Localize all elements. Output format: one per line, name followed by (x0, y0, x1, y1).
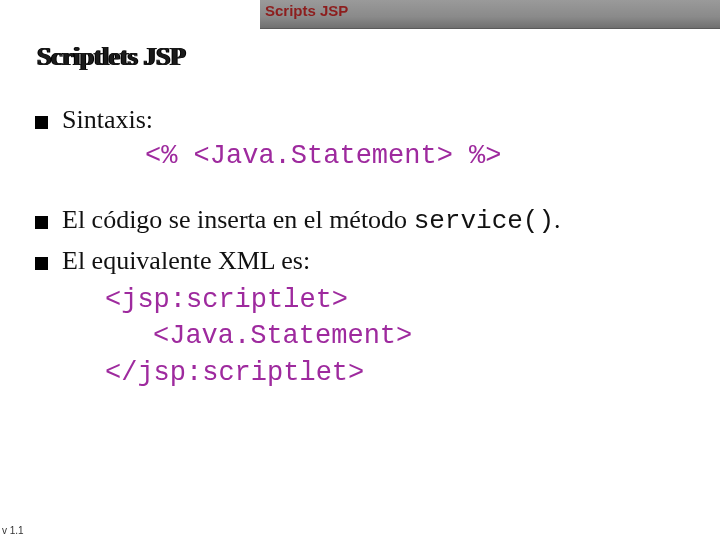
xml-line-2: <Java.Statement> (153, 318, 700, 354)
bullet-2-text: El código se inserta en el método servic… (62, 205, 561, 236)
syntax-code: <% <Java.Statement> %> (145, 141, 700, 171)
square-bullet-icon (35, 216, 48, 229)
xml-line-1: <jsp:scriptlet> (105, 282, 700, 318)
bullet-3: El equivalente XML es: (35, 246, 700, 276)
slide-title: Scriptlets JSP (37, 42, 185, 72)
xml-code-block: <jsp:scriptlet> <Java.Statement> </jsp:s… (105, 282, 700, 391)
bullet-1-text: Sintaxis: (62, 105, 153, 135)
xml-line-3: </jsp:scriptlet> (105, 355, 700, 391)
bullet-3-text: El equivalente XML es: (62, 246, 310, 276)
bullet-1: Sintaxis: (35, 105, 700, 135)
bullet-2-code: service() (414, 206, 554, 236)
slide-content: Sintaxis: <% <Java.Statement> %> El códi… (35, 105, 700, 391)
bullet-2: El código se inserta en el método servic… (35, 205, 700, 236)
square-bullet-icon (35, 257, 48, 270)
version-label: v 1.1 (2, 525, 24, 536)
bullet-2-pre: El código se inserta en el método (62, 205, 414, 234)
header-label: Scripts JSP (265, 2, 348, 19)
bullet-2-post: . (554, 205, 561, 234)
square-bullet-icon (35, 116, 48, 129)
